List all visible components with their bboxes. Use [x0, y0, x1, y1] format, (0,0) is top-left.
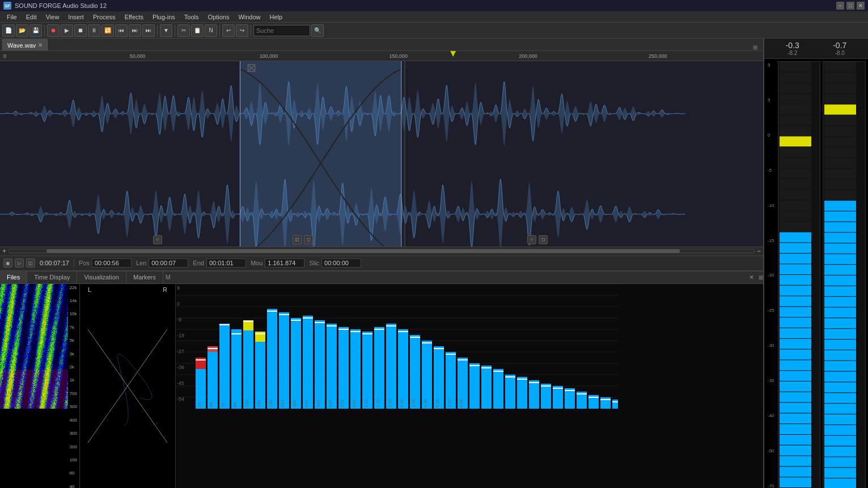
statusbar: ▣ ▷ ◫ 0:00:07:17 Pos 00:00:56 Len 00:00:… [0, 256, 763, 270]
slic-field: Slic 00:00:00 [309, 258, 361, 268]
panel-maximize[interactable]: ⊞ [759, 274, 763, 281]
maximize-button[interactable]: □ [846, 2, 854, 10]
play-button[interactable]: ▶ [61, 24, 73, 37]
ch3-icon-a[interactable]: ○ [527, 235, 536, 244]
waveform-canvas[interactable]: ○ ◫ ◻ ○ ◻ [0, 61, 763, 247]
spectrum-canvas [176, 284, 618, 409]
tab-expand-icon: ⊞ [753, 44, 761, 50]
menu-item-process[interactable]: Process [88, 12, 120, 22]
menu-item-file[interactable]: File [2, 12, 22, 22]
zoom-out-btn[interactable]: + [2, 247, 6, 255]
normalize-btn[interactable]: N [205, 24, 217, 37]
bottom-wrapper: Files Time Display Visualization Markers… [0, 270, 763, 489]
vu-left-channel [778, 61, 821, 488]
search-button[interactable]: 🔍 [311, 24, 324, 37]
toolbar-sep-2 [157, 25, 158, 36]
pos-field: Pos 00:00:56 [79, 258, 132, 268]
menu-item-edit[interactable]: Edit [22, 12, 41, 22]
transport-btn[interactable]: ▼ [160, 24, 172, 37]
status-icon-b[interactable]: ▷ [15, 258, 24, 268]
record-button[interactable]: ⏺ [47, 24, 60, 37]
mou-field: Mou 1.161.874 [251, 258, 304, 268]
copy-btn[interactable]: 📋 [191, 24, 204, 37]
tab-markers[interactable]: Markers [126, 271, 163, 283]
len-value: 00:00:07 [149, 258, 188, 268]
vu-left-peak: -0.3 -8.2 [786, 41, 799, 56]
menu-item-options[interactable]: Options [204, 12, 234, 22]
vu-right-channel [823, 61, 866, 488]
ruler: 0 50,000 100,000 150,000 200,000 250,000 [0, 51, 763, 61]
mou-value: 1.161.874 [265, 258, 304, 268]
wave-tab[interactable]: Wave.wav ✕ [2, 39, 48, 50]
scroll-track[interactable] [9, 249, 755, 253]
slic-label: Slic [309, 260, 319, 266]
titlebar: SF SOUND FORGE Audio Studio 12 − □ ✕ [0, 0, 868, 11]
toolbar-sep-5 [251, 25, 251, 36]
pause-button[interactable]: ⏸ [88, 24, 100, 37]
ch2-icon-b[interactable]: ◻ [304, 235, 313, 244]
vu-right-bar [823, 62, 857, 488]
vu-right-level-value: -8.0 [835, 50, 845, 56]
menu-item-help[interactable]: Help [265, 12, 287, 22]
vu-left-level-value: -8.2 [787, 50, 797, 56]
pos-value: 00:00:56 [92, 258, 132, 268]
menu-item-tools[interactable]: Tools [180, 12, 204, 22]
minimize-button[interactable]: − [836, 2, 844, 10]
close-button[interactable]: ✕ [857, 2, 865, 10]
end-button[interactable]: ⏭ [142, 24, 155, 37]
undo-btn[interactable]: ↩ [222, 24, 235, 37]
slic-value: 00:00:00 [321, 258, 361, 268]
channel-2-icons: ◫ ◻ [293, 235, 313, 244]
channel-3-icons: ○ ◻ [527, 235, 548, 244]
len-field: Len 00:00:07 [136, 258, 188, 268]
menubar: FileEditViewInsertProcessEffectsPlug-ins… [0, 11, 868, 23]
rewind-button[interactable]: ⏮ [115, 24, 128, 37]
status-icon-c[interactable]: ◫ [26, 258, 35, 268]
center-panel: Wave.wav ✕ ⊞ 0 50,000 100,000 150,000 20… [0, 39, 763, 488]
redo-btn[interactable]: ↪ [236, 24, 248, 37]
vu-left-peak-value: -0.3 [786, 41, 799, 50]
toolbar: 📄 📂 💾 ⏺ ▶ ⏹ ⏸ 🔁 ⏮ ⏭ ⏭ ▼ ✂ 📋 N ↩ ↪ 🔍 [0, 23, 868, 39]
cut-btn[interactable]: ✂ [177, 24, 190, 37]
lissajous-canvas [79, 324, 176, 448]
loop-button[interactable]: 🔁 [101, 24, 114, 37]
tab-time-display[interactable]: Time Display [27, 271, 77, 283]
toolbar-sep-4 [219, 25, 220, 36]
vu-right-peak: -0.7 -8.0 [833, 41, 846, 56]
wave-tab-close[interactable]: ✕ [38, 42, 43, 48]
end-field: End 00:01:01 [193, 258, 246, 268]
scroll-thumb[interactable] [46, 249, 680, 253]
waveform-inner: 0 50,000 100,000 150,000 200,000 250,000 [0, 51, 763, 256]
menu-item-insert[interactable]: Insert [63, 12, 88, 22]
save-button[interactable]: 💾 [29, 24, 42, 37]
new-button[interactable]: 📄 [2, 24, 15, 37]
time-display: 0:00:07:17 [40, 260, 69, 266]
mou-label: Mou [251, 260, 262, 266]
wave-tabs: Wave.wav ✕ ⊞ [0, 39, 763, 51]
ffwd-button[interactable]: ⏭ [129, 24, 141, 37]
menu-item-view[interactable]: View [41, 12, 64, 22]
ch3-icon-b[interactable]: ◻ [539, 235, 548, 244]
status-icon-a[interactable]: ▣ [3, 258, 12, 268]
lissajous-panel: L R [79, 284, 176, 489]
menu-item-plug-ins[interactable]: Plug-ins [148, 12, 180, 22]
cursor-marker [450, 51, 456, 57]
tab-visualization[interactable]: Visualization [77, 271, 126, 283]
ch1-icon-a[interactable]: ○ [153, 235, 162, 244]
stop-button[interactable]: ⏹ [74, 24, 87, 37]
zoom-in-btn[interactable]: − [757, 247, 761, 255]
search-input[interactable] [253, 25, 310, 36]
panel-close[interactable]: ✕ [746, 274, 757, 281]
menu-item-effects[interactable]: Effects [120, 12, 148, 22]
tab-files[interactable]: Files [0, 271, 27, 283]
window-controls: − □ ✕ [836, 2, 865, 10]
transport-icons: ▣ ▷ ◫ [3, 258, 35, 268]
ch2-icon-a[interactable]: ◫ [293, 235, 302, 244]
markers-m-label: M [166, 274, 171, 281]
h-scrollbar[interactable]: + − [0, 247, 763, 256]
wave-tab-filename: Wave.wav [7, 42, 36, 49]
vu-bar-display: 950-5-10-15-20-25-30-35-40-50-70 [764, 59, 868, 488]
open-button[interactable]: 📂 [16, 24, 28, 37]
menu-item-window[interactable]: Window [234, 12, 265, 22]
vu-left-bar [778, 62, 812, 488]
